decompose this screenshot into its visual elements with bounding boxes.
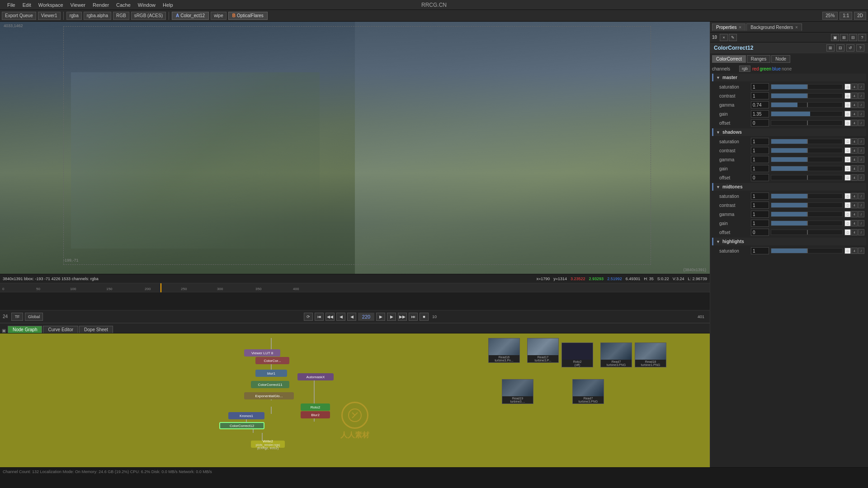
btn-4d[interactable]: /	[858, 93, 864, 99]
pstab-colorcorrect[interactable]: ColorCorrect	[712, 55, 746, 63]
rt-btn-a2[interactable]: ⊞	[840, 34, 848, 41]
node-blur2[interactable]: Blur2	[301, 411, 330, 418]
viewer-area[interactable]: 4033,1462 (3840x1391) -199,-71	[0, 22, 710, 274]
shd-btn4[interactable]: □	[844, 147, 851, 154]
node-exponential[interactable]: ExponentialGlo...	[244, 392, 294, 399]
bg-renders-close[interactable]: ×	[795, 25, 798, 30]
mid-btn5[interactable]: 4	[851, 202, 858, 208]
rgba-alpha-btn[interactable]: rgba.alpha	[84, 12, 111, 20]
section-shadows[interactable]: ▼ shadows	[712, 128, 866, 136]
btn-w5[interactable]: □	[844, 120, 851, 126]
shadows-gamma-input[interactable]	[751, 156, 769, 163]
step-back2-btn[interactable]: ◀	[347, 313, 356, 321]
node-kronos[interactable]: Kronos1	[228, 412, 264, 419]
btn-4h[interactable]: /	[858, 111, 864, 117]
btn-4e[interactable]: 4	[851, 102, 858, 108]
mid-btn6[interactable]: /	[858, 202, 864, 208]
rt-btn-x[interactable]: ×	[720, 34, 728, 41]
rt-btn-a3[interactable]: ⊟	[849, 34, 857, 41]
node-paste-btn[interactable]: ⊟	[836, 44, 844, 52]
master-sat-input[interactable]	[751, 83, 769, 90]
export-queue-btn[interactable]: Export Queue	[2, 12, 36, 20]
menu-render[interactable]: Render	[89, 1, 113, 9]
btn-w3[interactable]: □	[844, 102, 851, 108]
thumb-read16[interactable]: Read16turbine3.Pn...	[488, 338, 520, 363]
master-con-input[interactable]	[751, 92, 769, 99]
node-colorcorrect12[interactable]: ColorCorrect12	[219, 422, 264, 429]
tab-background-renders[interactable]: Background Renders ×	[746, 23, 802, 31]
shd-btn9[interactable]: /	[858, 156, 864, 163]
step-back-btn[interactable]: ◀	[336, 313, 345, 321]
shd-btn3[interactable]: /	[858, 138, 864, 145]
node-b-pill[interactable]: B OpticalFlares	[228, 12, 268, 20]
chan-g[interactable]: green	[760, 66, 771, 71]
btn-4g[interactable]: 4	[851, 111, 858, 117]
btn-w4[interactable]: □	[844, 111, 851, 117]
menu-window[interactable]: Window	[134, 1, 159, 9]
node-graph-area[interactable]: Viewer LUT 8 ColorCor... blur1 ColorCorr…	[0, 333, 710, 467]
node-roto2[interactable]: Roto2	[301, 404, 330, 411]
mid-sat-input[interactable]	[751, 192, 769, 200]
mid-btn3[interactable]: /	[858, 193, 864, 199]
chan-none[interactable]: none	[782, 66, 792, 71]
shadows-offset-slider[interactable]	[771, 175, 843, 180]
mid-con-slider[interactable]	[771, 202, 843, 208]
tab-curve-editor[interactable]: Curve Editor	[43, 326, 78, 333]
menu-workspace[interactable]: Workspace	[35, 1, 67, 9]
viewer1-btn[interactable]: Viewer1	[38, 12, 61, 20]
wipe-btn[interactable]: wipe	[211, 12, 226, 20]
master-con-slider[interactable]	[771, 93, 843, 99]
mid-sat-slider[interactable]	[771, 193, 843, 199]
btn-4a[interactable]: 4	[851, 84, 858, 90]
btn-4j[interactable]: /	[858, 120, 864, 126]
mid-btn11[interactable]: 4	[851, 220, 858, 226]
shd-btn11[interactable]: 4	[851, 165, 858, 172]
mid-btn7[interactable]: □	[844, 211, 851, 217]
shd-btn5[interactable]: 4	[851, 147, 858, 154]
node-blur1[interactable]: blur1	[255, 370, 287, 377]
shadows-con-input[interactable]	[751, 147, 769, 154]
menu-viewer[interactable]: Viewer	[67, 1, 89, 9]
chan-b[interactable]: blue	[772, 66, 781, 71]
shd-btn13[interactable]: □	[844, 174, 851, 181]
current-frame[interactable]	[358, 313, 374, 321]
master-gain-slider[interactable]	[771, 111, 843, 117]
hl-btn1[interactable]: □	[844, 248, 851, 254]
master-offset-slider[interactable]	[771, 120, 843, 126]
skip-end-btn[interactable]: ⏭	[409, 313, 418, 321]
mid-btn4[interactable]: □	[844, 202, 851, 208]
tab-node-graph[interactable]: Node Graph	[8, 326, 42, 333]
btn-w1[interactable]: □	[844, 84, 851, 90]
view-mode-btn[interactable]: 2D	[854, 12, 866, 20]
rt-btn-a4[interactable]: ?	[858, 34, 866, 41]
mid-btn12[interactable]: /	[858, 220, 864, 226]
colorspace-btn[interactable]: sRGB (ACES)	[131, 12, 166, 20]
menu-help[interactable]: Help	[159, 1, 177, 9]
mid-gamma-input[interactable]	[751, 211, 769, 218]
section-master[interactable]: ▼ master	[712, 74, 866, 81]
tf-btn[interactable]: TF	[11, 313, 23, 321]
node-automask[interactable]: AutomaskX	[297, 373, 334, 380]
mid-con-input[interactable]	[751, 202, 769, 209]
thumb-read17[interactable]: Read17turbine3.P...	[527, 338, 559, 363]
btn-4i[interactable]: 4	[851, 120, 858, 126]
shadows-sat-slider[interactable]	[771, 139, 843, 144]
mid-btn2[interactable]: 4	[851, 193, 858, 199]
rt-btn-pencil[interactable]: ✎	[729, 34, 737, 41]
thumb-roto2[interactable]: Roto2(off)	[561, 343, 593, 367]
shd-btn2[interactable]: 4	[851, 138, 858, 145]
shd-btn1[interactable]: □	[844, 138, 851, 145]
shadows-gain-slider[interactable]	[771, 166, 843, 171]
skip-start-btn[interactable]: ⏮	[315, 313, 324, 321]
shd-btn14[interactable]: 4	[851, 174, 858, 181]
chan-r[interactable]: red	[752, 66, 759, 71]
mid-gain-input[interactable]	[751, 220, 769, 227]
node-colorcorrect11[interactable]: ColorCorrect11	[251, 381, 289, 388]
node-help-btn[interactable]: ?	[856, 44, 864, 52]
hl-btn2[interactable]: 4	[851, 248, 858, 254]
rgba-btn[interactable]: rgba	[66, 12, 82, 20]
tab-dope-sheet[interactable]: Dope Sheet	[79, 326, 113, 333]
ratio-btn[interactable]: 1:1	[840, 12, 852, 20]
shadows-offset-input[interactable]	[751, 174, 769, 181]
hl-btn3[interactable]: /	[858, 248, 864, 254]
